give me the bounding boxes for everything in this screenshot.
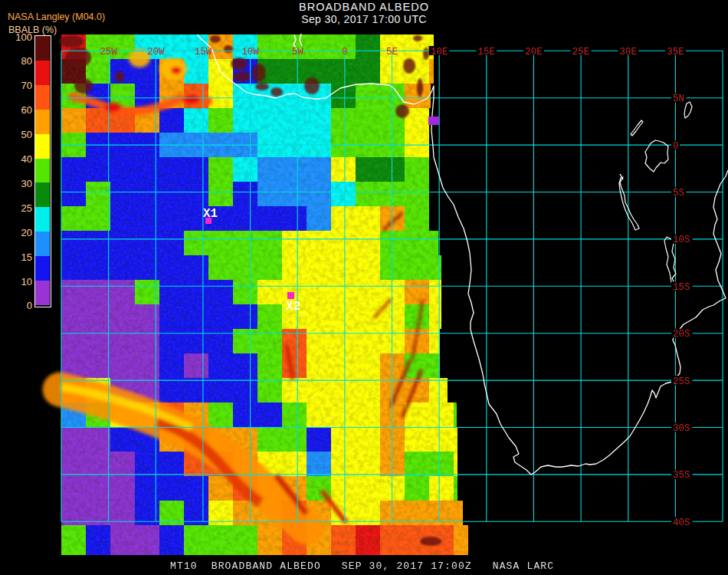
svg-text:10W: 10W xyxy=(241,47,259,58)
svg-text:30S: 30S xyxy=(673,423,690,434)
svg-text:20E: 20E xyxy=(525,47,543,58)
svg-text:X1: X1 xyxy=(203,207,218,221)
svg-text:25W: 25W xyxy=(100,47,117,58)
svg-text:20S: 20S xyxy=(673,329,690,340)
svg-text:35S: 35S xyxy=(673,470,690,481)
svg-text:X2: X2 xyxy=(286,300,300,314)
svg-text:25S: 25S xyxy=(673,376,690,387)
svg-text:15S: 15S xyxy=(673,282,690,293)
svg-text:5S: 5S xyxy=(673,188,684,199)
svg-text:15W: 15W xyxy=(195,47,212,58)
svg-text:10E: 10E xyxy=(431,47,448,58)
svg-text:35E: 35E xyxy=(667,47,684,58)
svg-text:5E: 5E xyxy=(386,47,398,58)
svg-text:40S: 40S xyxy=(673,518,690,528)
svg-text:20W: 20W xyxy=(147,47,165,58)
svg-text:15E: 15E xyxy=(478,47,496,58)
svg-text:0: 0 xyxy=(342,47,348,58)
svg-text:30E: 30E xyxy=(619,47,637,58)
svg-text:0: 0 xyxy=(673,141,679,152)
svg-text:10S: 10S xyxy=(673,235,690,245)
svg-text:5W: 5W xyxy=(292,47,304,58)
svg-text:25E: 25E xyxy=(572,47,590,58)
svg-text:5N: 5N xyxy=(673,94,684,104)
